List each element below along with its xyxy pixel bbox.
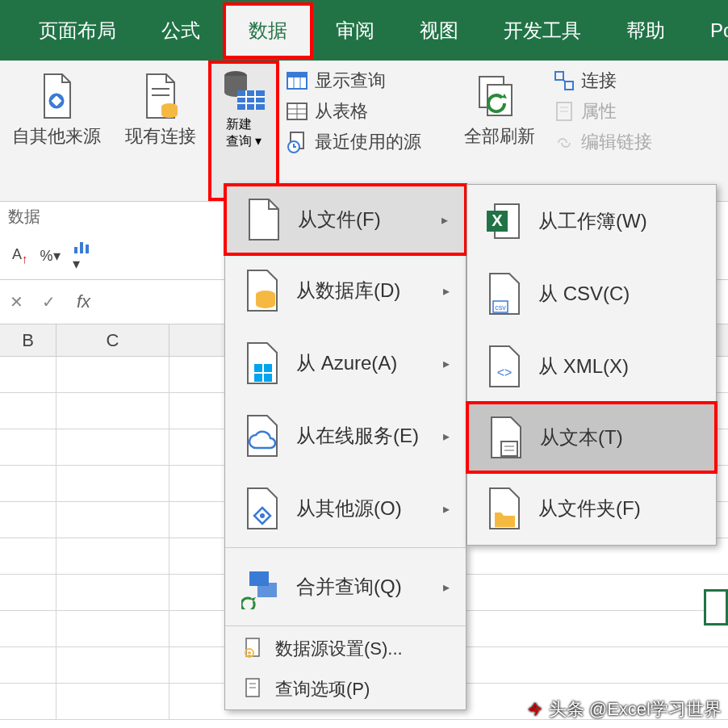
menu-from-other-sources[interactable]: 从其他源(O) ▸: [225, 472, 466, 545]
menu-data-source-settings[interactable]: 数据源设置(S)...: [225, 629, 466, 669]
azure-icon: [241, 341, 282, 386]
folder-icon: [483, 487, 524, 531]
submenu-arrow-icon: ▸: [441, 212, 448, 228]
svg-rect-33: [264, 364, 272, 372]
new-query-label-2: 查询: [226, 134, 252, 148]
file-diamond-icon: [32, 73, 81, 121]
tab-view[interactable]: 视图: [397, 6, 481, 56]
menu-query-options[interactable]: 查询选项(P): [225, 669, 466, 709]
show-queries-button[interactable]: 显示查询: [286, 69, 421, 93]
properties-button: 属性: [554, 99, 652, 123]
svg-rect-35: [264, 374, 272, 382]
cloud-icon: [241, 414, 282, 458]
ribbon: 自其他来源 现有连接 新建 查询 ▾ 显示查询 从表格 最近使用的: [0, 61, 728, 202]
tab-page-layout[interactable]: 页面布局: [16, 6, 139, 56]
menu-separator: [225, 625, 466, 626]
svg-text:<>: <>: [497, 366, 513, 379]
tab-power[interactable]: Pow: [688, 7, 728, 54]
menu-separator: [225, 547, 466, 548]
ribbon-tabs: 页面布局 公式 数据 审阅 视图 开发工具 帮助 Pow: [0, 0, 728, 61]
cancel-formula-icon[interactable]: ✕: [0, 292, 32, 312]
font-increase-icon[interactable]: A↑: [12, 246, 28, 266]
svg-line-24: [563, 80, 565, 82]
svg-text:csv: csv: [495, 303, 506, 312]
svg-rect-32: [254, 364, 262, 372]
tab-help[interactable]: 帮助: [604, 6, 688, 56]
svg-rect-51: [501, 441, 517, 456]
tab-developer[interactable]: 开发工具: [481, 6, 604, 56]
new-query-button[interactable]: 新建 查询 ▾: [208, 61, 279, 201]
refresh-all-button[interactable]: 全部刷新: [456, 69, 543, 153]
tab-data[interactable]: 数据: [223, 2, 313, 59]
edit-links-icon: [554, 132, 575, 153]
diamond-file-icon: [241, 487, 282, 531]
menu-from-csv[interactable]: csv 从 CSV(C): [467, 257, 716, 330]
combine-icon: [241, 565, 282, 609]
clock-file-icon: [286, 131, 308, 153]
settings-file-icon: [241, 637, 266, 661]
svg-point-36: [260, 513, 265, 518]
submenu-arrow-icon: ▸: [443, 429, 450, 444]
from-table-button[interactable]: 从表格: [286, 99, 421, 123]
new-query-menu: 从文件(F) ▸ 从数据库(D) ▸ 从 Azure(A) ▸ 从在线服务(E)…: [224, 184, 467, 710]
svg-text:X: X: [492, 211, 503, 229]
active-cell-indicator: [704, 589, 728, 625]
col-header-c[interactable]: C: [56, 324, 169, 356]
watermark-icon: 今: [525, 700, 545, 719]
grid-icon: [286, 100, 308, 123]
menu-from-xml[interactable]: <> 从 XML(X): [467, 330, 716, 403]
menu-from-online-services[interactable]: 从在线服务(E) ▸: [225, 400, 466, 472]
dropdown-arrow-icon: ▾: [255, 134, 261, 148]
csv-icon: csv: [483, 272, 524, 316]
excel-icon: X: [483, 199, 524, 244]
new-query-label-1: 新建: [226, 117, 252, 131]
svg-point-41: [248, 651, 251, 655]
svg-rect-34: [254, 374, 262, 382]
submenu-arrow-icon: ▸: [443, 283, 450, 299]
svg-rect-23: [565, 82, 573, 90]
table-icon: [286, 69, 308, 92]
link-icon: [554, 70, 575, 91]
from-other-sources-button[interactable]: 自其他来源: [4, 69, 109, 153]
database-table-icon: [220, 68, 268, 116]
chart-icon[interactable]: ▾: [73, 239, 95, 273]
existing-connections-button[interactable]: 现有连接: [117, 69, 204, 153]
menu-from-database[interactable]: 从数据库(D) ▸: [225, 254, 466, 327]
connections-button[interactable]: 连接: [554, 69, 652, 93]
menu-combine-queries[interactable]: 合并查询(Q) ▸: [225, 550, 466, 623]
svg-rect-11: [287, 73, 307, 77]
recent-sources-button[interactable]: 最近使用的源: [286, 130, 421, 154]
fx-icon[interactable]: fx: [65, 291, 103, 312]
xml-icon: <>: [483, 345, 524, 389]
svg-rect-30: [86, 245, 89, 253]
menu-from-text[interactable]: 从文本(T): [466, 401, 718, 474]
from-other-sources-label: 自其他来源: [12, 125, 101, 149]
menu-from-workbook[interactable]: X 从工作簿(W): [467, 185, 716, 257]
col-header-b[interactable]: B: [0, 324, 56, 356]
watermark: 今 头条 @Excel学习世界: [525, 697, 722, 722]
existing-connections-label: 现有连接: [125, 125, 196, 149]
database-icon: [241, 269, 282, 313]
svg-rect-5: [237, 90, 265, 110]
svg-rect-29: [80, 242, 83, 253]
file-db-icon: [136, 73, 185, 121]
options-file-icon: [241, 677, 266, 701]
confirm-formula-icon[interactable]: ✓: [32, 292, 65, 312]
menu-from-folder[interactable]: 从文件夹(F): [467, 472, 716, 545]
text-file-icon: [485, 416, 525, 460]
tab-formulas[interactable]: 公式: [139, 6, 223, 56]
menu-from-azure[interactable]: 从 Azure(A) ▸: [225, 327, 466, 400]
submenu-arrow-icon: ▸: [443, 579, 450, 595]
edit-links-button: 编辑链接: [554, 130, 652, 154]
refresh-icon: [475, 73, 524, 121]
svg-rect-28: [74, 247, 77, 253]
menu-from-file[interactable]: 从文件(F) ▸: [224, 183, 467, 256]
svg-rect-22: [555, 72, 563, 80]
tab-review[interactable]: 审阅: [313, 6, 397, 56]
percent-icon[interactable]: %▾: [40, 247, 61, 265]
submenu-arrow-icon: ▸: [443, 356, 450, 371]
file-icon: [243, 198, 283, 242]
submenu-arrow-icon: ▸: [443, 501, 450, 517]
svg-rect-38: [257, 583, 277, 597]
properties-icon: [554, 101, 575, 122]
